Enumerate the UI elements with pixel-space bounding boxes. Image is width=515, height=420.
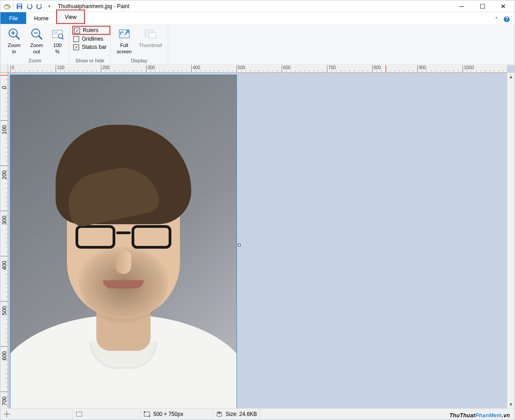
svg-rect-7 [18,7,21,9]
svg-point-1 [5,5,7,6]
status-selection [73,409,141,420]
status-cursor-position [0,409,73,420]
zoom-out-icon [29,27,44,41]
group-label-zoom: Zoom [4,57,66,64]
ribbon-group-show: ✓ Rulers Gridlines ✓ Status bar Show or … [70,24,111,64]
ruler-h-tick: 0 [10,65,14,73]
gridlines-label: Gridlines [82,36,103,42]
highlight-rulers-checkbox: ✓ Rulers [72,26,110,35]
vertical-scrollbar[interactable]: ▲ ▼ [507,73,515,408]
disk-icon [216,411,223,417]
minimize-button[interactable]: ─ [451,0,472,12]
svg-rect-6 [18,4,21,6]
watermark-part-c: .vn [502,412,510,419]
ruler-v-tick: 400 [0,256,8,256]
ruler-vertical: 0100200300400500600700 [0,73,8,408]
full-screen-icon [117,27,132,41]
paint-app-icon [3,2,11,10]
watermark: ThuThuatPhanMem.vn [449,409,515,420]
svg-rect-30 [149,415,150,417]
statusbar-checkbox[interactable]: ✓ Status bar [73,44,107,50]
checkbox-icon [73,36,79,42]
zoom-in-icon [7,27,21,41]
ribbon: Zoom in Zoom out 100 % Zoom ✓ [0,24,515,65]
selection-size-icon [76,411,83,417]
ruler-corner [0,65,8,73]
tab-view[interactable]: View [57,11,84,23]
tab-home[interactable]: Home [26,12,56,24]
gridlines-checkbox[interactable]: Gridlines [73,36,107,42]
svg-point-4 [7,7,8,8]
ruler-v-tick: 200 [0,165,8,166]
ruler-h-cursor [386,65,386,72]
status-bar: 500 × 750px Size: 24.6KB ThuThuatPhanMem… [0,408,515,420]
svg-point-3 [9,6,10,7]
tab-file[interactable]: File [0,12,26,24]
help-icon[interactable]: ? [503,16,510,24]
cursor-position-icon [3,411,10,417]
window-controls: ─ ☐ ✕ [451,0,514,12]
portrait-photo [10,75,236,408]
redo-icon[interactable] [35,2,43,10]
thumbnail-label: Thumbnail [139,42,162,48]
watermark-part-a: ThuThuat [449,412,475,419]
svg-rect-24 [149,33,156,38]
maximize-button[interactable]: ☐ [472,0,493,12]
group-label-show: Show or hide [73,57,107,64]
svg-line-20 [62,38,63,39]
ribbon-collapse-icon[interactable]: ˄ [495,17,498,23]
group-label-display: Display [114,57,164,64]
scroll-up-icon[interactable]: ▲ [507,73,515,80]
ribbon-group-zoom: Zoom in Zoom out 100 % Zoom [0,24,70,64]
svg-rect-29 [144,411,145,413]
canvas-image[interactable] [10,75,236,408]
svg-text:?: ? [505,16,508,22]
statusbar-label: Status bar [82,44,107,50]
canvas-viewport[interactable] [8,73,507,408]
rulers-label: Rulers [83,27,99,33]
watermark-part-b: PhanMem [475,412,502,419]
ribbon-group-display: Full screen Thumbnail Display [111,24,168,64]
zoom-out-button[interactable]: Zoom out [27,26,47,55]
ruler-v-tick: 600 [0,346,8,347]
close-button[interactable]: ✕ [493,0,514,12]
checkbox-icon: ✓ [74,28,80,33]
canvas-surface [8,73,506,408]
save-icon[interactable] [15,2,24,10]
zoom-in-label: Zoom in [8,42,20,55]
zoom-out-label: Zoom out [30,42,43,55]
ruler-v-tick: 300 [0,211,8,211]
thumbnail-icon [143,27,158,41]
ribbon-right: ˄ ? [495,16,515,24]
full-screen-label: Full screen [117,42,132,55]
svg-rect-27 [76,412,82,416]
status-file-size: Size: 24.6KB [213,409,260,420]
svg-rect-18 [53,31,58,35]
scroll-down-icon[interactable]: ▼ [507,401,515,408]
status-disk-value: Size: 24.6KB [226,411,257,417]
checkbox-icon: ✓ [73,44,79,50]
zoom-in-button[interactable]: Zoom in [4,26,24,55]
ruler-horizontal: 0100200300400500600700800900100011 [8,65,507,73]
status-image-size: 500 × 750px [141,409,213,420]
svg-line-11 [16,36,19,39]
window-title: Thuthuatphanmem.jpg - Paint [58,3,129,9]
ruler-v-tick: 700 [0,392,8,392]
status-size-value: 500 × 750px [153,411,183,417]
full-screen-button[interactable]: Full screen [114,26,134,55]
svg-rect-32 [218,412,221,414]
svg-line-15 [39,36,42,39]
highlight-view-tab: View [56,9,85,24]
resize-handle-east[interactable] [238,244,241,246]
work-area: 0100200300400500600700800900100011 01002… [0,65,515,408]
rulers-checkbox[interactable]: ✓ Rulers [74,27,106,33]
zoom-100-label: 100 % [53,42,61,55]
qat-separator [13,3,14,10]
undo-icon[interactable] [25,2,33,10]
ruler-v-tick: 100 [0,120,8,121]
zoom-100-button[interactable]: 100 % [49,26,66,55]
image-size-icon [143,411,151,417]
zoom-100-icon [50,27,65,41]
qat-customize-icon[interactable]: ▾ [45,2,53,10]
svg-point-2 [7,5,9,6]
